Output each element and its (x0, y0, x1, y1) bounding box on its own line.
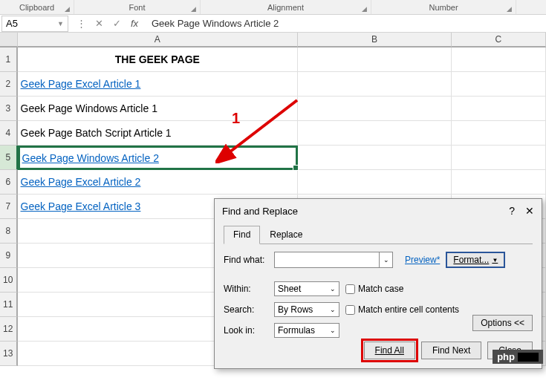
options-button[interactable]: Options << (472, 315, 533, 331)
row-header[interactable]: 5 (0, 146, 18, 170)
table-row: 3Geek Page Windows Article 1 (0, 97, 546, 121)
find-what-input[interactable]: ⌄ (274, 252, 393, 268)
dialog-tabs: Find Replace (224, 226, 533, 244)
cell[interactable]: Geek Page Windows Article 1 (18, 97, 299, 121)
match-entire-label: Match entire cell contents (358, 304, 459, 315)
cell[interactable] (298, 97, 452, 121)
cell[interactable] (452, 121, 546, 146)
close-icon[interactable]: ✕ (525, 205, 534, 217)
name-box-value: A5 (6, 18, 18, 29)
match-case-label: Match case (358, 284, 403, 294)
ribbon-group-clipboard: Clipboard◢ (0, 0, 74, 14)
formula-input[interactable]: Geek Page Windows Article 2 (147, 18, 546, 29)
cell[interactable] (298, 48, 452, 72)
match-entire-checkbox[interactable] (345, 305, 355, 315)
within-select[interactable]: Sheet⌄ (274, 281, 339, 296)
row-header[interactable]: 10 (0, 268, 18, 293)
name-box[interactable]: A5 ▼ (1, 16, 68, 32)
table-row: 4Geek Page Batch Script Article 1 (0, 121, 546, 146)
row-header[interactable]: 13 (0, 342, 18, 366)
chevron-down-icon: ⌄ (330, 285, 336, 293)
cell[interactable]: Geek Page Excel Article 1 (18, 72, 299, 97)
chevron-down-icon: ⌄ (330, 306, 336, 313)
cell[interactable] (452, 48, 546, 72)
cell[interactable] (298, 170, 452, 195)
row-header[interactable]: 9 (0, 244, 18, 268)
dialog-launcher-icon[interactable]: ◢ (65, 5, 72, 13)
ribbon-group-number: Number◢ (371, 0, 516, 14)
watermark: php (493, 350, 543, 364)
row-header[interactable]: 11 (0, 293, 18, 317)
cell[interactable] (452, 72, 546, 97)
cell[interactable] (452, 170, 546, 195)
column-header-a[interactable]: A (18, 33, 299, 48)
table-row: 1THE GEEK PAGE (0, 48, 546, 72)
separator-icon: ⋮ (74, 18, 88, 29)
ribbon-group-alignment: Alignment◢ (201, 0, 371, 14)
row-header[interactable]: 12 (0, 317, 18, 342)
cell[interactable]: Geek Page Windows Article 2 (18, 146, 299, 170)
chevron-down-icon[interactable]: ▼ (57, 20, 64, 27)
dialog-titlebar[interactable]: Find and Replace ? ✕ (215, 199, 542, 223)
table-row: 2Geek Page Excel Article 1 (0, 72, 546, 97)
cell[interactable]: THE GEEK PAGE (18, 48, 299, 72)
cell[interactable]: Geek Page Excel Article 2 (18, 170, 299, 195)
within-label: Within: (224, 284, 268, 294)
hyperlink[interactable]: Geek Page Excel Article 1 (21, 78, 141, 90)
table-row: 5Geek Page Windows Article 2 (0, 146, 546, 170)
tab-replace[interactable]: Replace (260, 226, 312, 244)
hyperlink[interactable]: Geek Page Excel Article 3 (21, 200, 141, 212)
table-row: 6Geek Page Excel Article 2 (0, 170, 546, 195)
ribbon-group-labels: Clipboard◢ Font◢ Alignment◢ Number◢ (0, 0, 546, 15)
lookin-select[interactable]: Formulas⌄ (274, 323, 339, 338)
row-header[interactable]: 8 (0, 219, 18, 244)
lookin-label: Look in: (224, 325, 268, 336)
row-header[interactable]: 3 (0, 97, 18, 121)
format-button[interactable]: Format...▼ (446, 252, 505, 268)
find-replace-dialog: Find and Replace ? ✕ Find Replace Find w… (214, 198, 542, 369)
dialog-launcher-icon[interactable]: ◢ (191, 5, 198, 13)
row-header[interactable]: 6 (0, 170, 18, 195)
search-label: Search: (224, 304, 268, 315)
cell[interactable] (298, 146, 452, 170)
hyperlink[interactable]: Geek Page Windows Article 2 (22, 152, 159, 164)
cancel-icon[interactable]: ✕ (92, 18, 105, 29)
fx-icon[interactable]: fx (128, 18, 141, 29)
row-header[interactable]: 2 (0, 72, 18, 97)
column-header-c[interactable]: C (452, 33, 546, 48)
row-header[interactable]: 7 (0, 195, 18, 219)
cell[interactable] (452, 97, 546, 121)
annotation-1: 1 (232, 110, 240, 127)
column-headers: A B C (0, 33, 546, 48)
find-all-button[interactable]: Find All (364, 342, 415, 359)
find-next-button[interactable]: Find Next (421, 342, 481, 359)
find-what-label: Find what: (224, 255, 268, 265)
column-header-b[interactable]: B (298, 33, 452, 48)
dialog-title-text: Find and Replace (222, 206, 298, 217)
help-button[interactable]: ? (509, 205, 515, 217)
cell[interactable] (298, 121, 452, 146)
row-header[interactable]: 1 (0, 48, 18, 72)
ribbon-group-font: Font◢ (74, 0, 201, 14)
cell[interactable] (298, 72, 452, 97)
formula-bar-buttons: ⋮ ✕ ✓ fx (68, 18, 147, 29)
select-all-corner[interactable] (0, 33, 18, 48)
search-select[interactable]: By Rows⌄ (274, 302, 339, 317)
cell[interactable]: Geek Page Batch Script Article 1 (18, 121, 299, 146)
chevron-down-icon: ⌄ (330, 327, 336, 334)
tab-find[interactable]: Find (224, 226, 260, 244)
preview-link[interactable]: Preview* (405, 255, 440, 265)
cell[interactable] (452, 146, 546, 170)
enter-icon[interactable]: ✓ (110, 18, 123, 29)
dialog-launcher-icon[interactable]: ◢ (362, 5, 369, 13)
chevron-down-icon[interactable]: ⌄ (379, 252, 392, 267)
dialog-launcher-icon[interactable]: ◢ (507, 5, 514, 13)
chevron-down-icon: ▼ (492, 257, 498, 264)
match-case-checkbox[interactable] (345, 284, 355, 294)
row-header[interactable]: 4 (0, 121, 18, 146)
hyperlink[interactable]: Geek Page Excel Article 2 (21, 176, 141, 188)
formula-bar: A5 ▼ ⋮ ✕ ✓ fx Geek Page Windows Article … (0, 15, 546, 33)
